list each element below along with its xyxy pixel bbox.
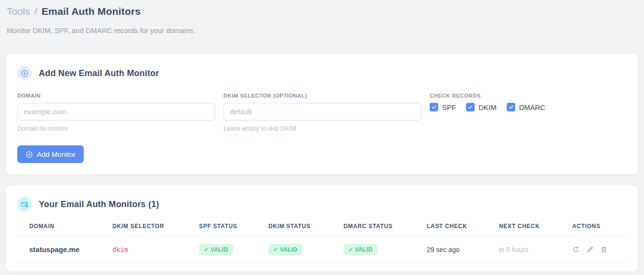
col-header-spf-status: SPF STATUS xyxy=(187,223,256,237)
dkim-selector-field-group: DKIM SELECTOR (OPTIONAL) Leave empty to … xyxy=(223,93,422,132)
spf-checkbox[interactable]: SPF xyxy=(430,103,456,111)
refresh-icon[interactable] xyxy=(572,246,580,253)
page-title: Email Auth Monitors xyxy=(42,6,141,17)
col-header-last-check: LAST CHECK xyxy=(415,223,487,237)
row-actions xyxy=(572,246,627,253)
monitor-dkim-selector: dkim xyxy=(112,246,128,253)
dkim-selector-hint: Leave empty to skip DKIM xyxy=(223,125,422,132)
add-monitor-card: Add New Email Auth Monitor DOMAIN Domain… xyxy=(6,54,638,175)
monitor-domain: statuspage.me xyxy=(29,245,79,253)
checkbox-checked-icon xyxy=(466,103,475,111)
monitors-table: DOMAIN DKIM SELECTOR SPF STATUS DKIM STA… xyxy=(17,223,627,263)
circle-plus-icon xyxy=(25,151,33,158)
table-header-row: DOMAIN DKIM SELECTOR SPF STATUS DKIM STA… xyxy=(17,223,627,237)
checkbox-checked-icon xyxy=(507,103,515,111)
page-subtitle: Monitor DKIM, SPF, and DMARC records for… xyxy=(7,26,637,34)
breadcrumb: Tools / Email Auth Monitors xyxy=(7,6,637,17)
col-header-next-check: NEXT CHECK xyxy=(487,223,560,237)
check-records-label: CHECK RECORDS xyxy=(430,93,627,99)
monitor-next-check: in 5 hours xyxy=(499,246,528,253)
col-header-dmarc-status: DMARC STATUS xyxy=(332,223,415,237)
breadcrumb-tools-link[interactable]: Tools xyxy=(7,6,30,17)
add-monitor-button[interactable]: Add Monitor xyxy=(17,145,84,163)
domain-input[interactable] xyxy=(17,103,215,121)
monitors-card-title: Your Email Auth Monitors (1) xyxy=(39,199,159,209)
add-monitor-card-title: Add New Email Auth Monitor xyxy=(39,68,159,78)
check-records-group: CHECK RECORDS SPF DKIM xyxy=(430,93,627,132)
dmarc-checkbox-label: DMARC xyxy=(519,103,545,111)
monitor-last-check: 29 sec ago xyxy=(427,246,460,253)
dmarc-status-badge: ✓ VALID xyxy=(344,244,378,255)
domain-label: DOMAIN xyxy=(17,93,215,99)
breadcrumb-separator: / xyxy=(34,6,37,17)
delete-icon[interactable] xyxy=(600,246,608,253)
add-monitor-button-label: Add Monitor xyxy=(37,150,76,158)
dmarc-checkbox[interactable]: DMARC xyxy=(507,103,545,111)
table-row: statuspage.me dkim ✓ VALID ✓ VALID ✓ VAL… xyxy=(17,237,627,263)
col-header-domain: DOMAIN xyxy=(17,223,100,237)
col-header-dkim-selector: DKIM SELECTOR xyxy=(100,223,187,237)
domain-field-group: DOMAIN Domain to monitor xyxy=(17,93,215,132)
add-monitor-form: DOMAIN Domain to monitor DKIM SELECTOR (… xyxy=(17,93,627,132)
checkbox-checked-icon xyxy=(430,103,438,111)
col-header-actions: ACTIONS xyxy=(560,223,627,237)
circle-plus-icon xyxy=(17,66,32,80)
spf-checkbox-label: SPF xyxy=(442,103,456,111)
dkim-selector-label: DKIM SELECTOR (OPTIONAL) xyxy=(223,93,422,99)
envelope-check-icon xyxy=(17,197,32,211)
page-header: Tools / Email Auth Monitors Monitor DKIM… xyxy=(0,0,644,34)
col-header-dkim-status: DKIM STATUS xyxy=(256,223,332,237)
dkim-checkbox-label: DKIM xyxy=(478,103,497,111)
edit-icon[interactable] xyxy=(586,246,594,253)
spf-status-badge: ✓ VALID xyxy=(199,244,233,255)
monitors-card: Your Email Auth Monitors (1) DOMAIN DKIM… xyxy=(6,185,638,272)
domain-hint: Domain to monitor xyxy=(17,125,215,132)
dkim-status-badge: ✓ VALID xyxy=(268,244,302,255)
dkim-checkbox[interactable]: DKIM xyxy=(466,103,497,111)
dkim-selector-input[interactable] xyxy=(223,103,422,121)
